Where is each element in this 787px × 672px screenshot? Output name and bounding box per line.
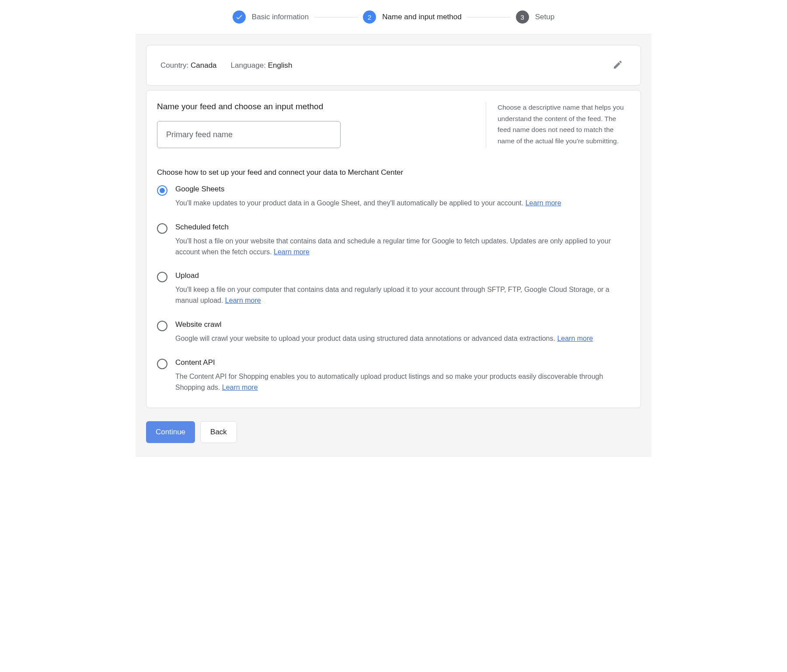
feed-name-input[interactable]: [157, 121, 341, 148]
option-upload: Upload You'll keep a file on your comput…: [157, 271, 630, 306]
summary-value: English: [268, 61, 293, 69]
method-title: Choose how to set up your feed and conne…: [157, 168, 630, 177]
back-button[interactable]: Back: [200, 421, 237, 443]
option-title[interactable]: Scheduled fetch: [175, 223, 630, 232]
step-divider: [467, 17, 511, 17]
learn-more-link[interactable]: Learn more: [222, 384, 258, 391]
step-number-icon: 2: [363, 10, 376, 24]
step-label: Setup: [535, 13, 554, 21]
content-area: Country: Canada Language: English Name y…: [136, 35, 651, 457]
radio-content-api[interactable]: [157, 359, 167, 369]
summary-country: Country: Canada: [160, 61, 217, 70]
summary-language: Language: English: [231, 61, 293, 70]
option-desc-text: Google will crawl your website to upload…: [175, 335, 557, 342]
radio-google-sheets[interactable]: [157, 185, 167, 196]
edit-button[interactable]: [609, 56, 627, 75]
main-card: Name your feed and choose an input metho…: [146, 90, 641, 408]
learn-more-link[interactable]: Learn more: [225, 297, 261, 304]
option-desc-text: You'll make updates to your product data…: [175, 199, 526, 207]
radio-upload[interactable]: [157, 272, 167, 282]
option-content-api: Content API The Content API for Shopping…: [157, 358, 630, 393]
radio-website-crawl[interactable]: [157, 321, 167, 331]
option-desc: You'll host a file on your website that …: [175, 236, 630, 258]
option-desc: The Content API for Shopping enables you…: [175, 371, 630, 393]
option-scheduled-fetch: Scheduled fetch You'll host a file on yo…: [157, 223, 630, 258]
step-name-and-input-method[interactable]: 2 Name and input method: [363, 10, 461, 24]
summary-items: Country: Canada Language: English: [160, 61, 292, 70]
step-label: Basic information: [252, 13, 309, 21]
option-website-crawl: Website crawl Google will crawl your web…: [157, 320, 630, 344]
option-title[interactable]: Upload: [175, 271, 630, 280]
help-text: Choose a descriptive name that helps you…: [486, 102, 630, 148]
step-number-icon: 3: [516, 10, 529, 24]
summary-label: Country:: [160, 61, 191, 69]
options-list: Google Sheets You'll make updates to you…: [157, 185, 630, 393]
option-title[interactable]: Google Sheets: [175, 185, 630, 194]
step-label: Name and input method: [382, 13, 461, 21]
continue-button[interactable]: Continue: [146, 421, 195, 443]
radio-scheduled-fetch[interactable]: [157, 223, 167, 234]
learn-more-link[interactable]: Learn more: [274, 248, 310, 256]
step-setup[interactable]: 3 Setup: [516, 10, 554, 24]
summary-value: Canada: [191, 61, 217, 69]
pencil-icon: [613, 59, 623, 71]
option-google-sheets: Google Sheets You'll make updates to you…: [157, 185, 630, 209]
step-basic-information[interactable]: Basic information: [233, 10, 309, 24]
check-icon: [233, 10, 246, 24]
option-desc: You'll keep a file on your computer that…: [175, 284, 630, 306]
summary-label: Language:: [231, 61, 268, 69]
summary-card: Country: Canada Language: English: [146, 45, 641, 86]
section-title: Name your feed and choose an input metho…: [157, 102, 471, 111]
learn-more-link[interactable]: Learn more: [526, 199, 561, 207]
option-desc-text: You'll host a file on your website that …: [175, 237, 611, 256]
step-divider: [314, 17, 358, 17]
option-desc: Google will crawl your website to upload…: [175, 333, 630, 344]
stepper: Basic information 2 Name and input metho…: [136, 0, 651, 35]
learn-more-link[interactable]: Learn more: [557, 335, 593, 342]
option-title[interactable]: Website crawl: [175, 320, 630, 329]
option-title[interactable]: Content API: [175, 358, 630, 367]
button-row: Continue Back: [146, 421, 641, 443]
option-desc: You'll make updates to your product data…: [175, 198, 630, 209]
